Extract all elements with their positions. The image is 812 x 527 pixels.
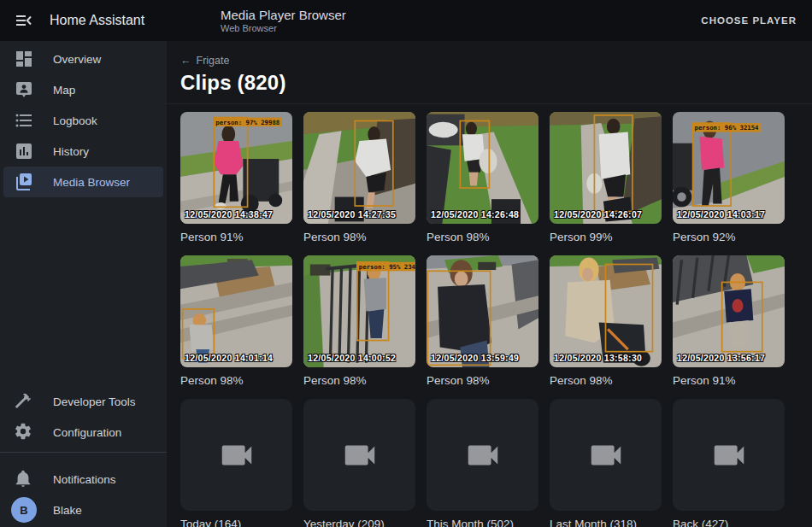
sidebar-item-map[interactable]: Map	[3, 74, 163, 105]
clip-thumbnail[interactable]: person: 95% 2343212/05/2020 14:00:52	[303, 255, 415, 367]
folder-caption: Today (164)	[180, 517, 292, 527]
toolbar-title: Media Player Browser	[221, 8, 346, 22]
toolbar-titles: Media Player Browser Web Browser	[221, 8, 346, 34]
clips-grid: person: 97% 2998812/05/2020 14:38:47Pers…	[167, 104, 812, 527]
folder-caption: This Month (502)	[427, 517, 538, 527]
clip-caption: Person 99%	[550, 230, 662, 245]
detection-label: person: 95% 23432	[359, 263, 415, 271]
avatar: B	[11, 497, 37, 523]
clip-thumbnail[interactable]: 12/05/2020 14:27:35	[303, 112, 415, 224]
play-box-multiple-icon	[14, 172, 34, 192]
clip-thumbnail[interactable]: 12/05/2020 14:26:07	[550, 112, 662, 224]
toolbar-subtitle: Web Browser	[221, 23, 346, 34]
back-arrow-icon: ←	[180, 55, 191, 67]
profile-name: Blake	[53, 504, 82, 517]
clip-caption: Person 98%	[427, 230, 538, 245]
sidebar-item-label: Logbook	[53, 114, 97, 127]
folder-tile[interactable]	[303, 399, 415, 511]
sidebar-item-profile[interactable]: BBlake	[3, 495, 163, 525]
clip-caption: Person 91%	[180, 230, 292, 245]
menu-open-icon[interactable]	[14, 10, 34, 31]
video-icon	[340, 436, 380, 475]
page-title: Clips (820)	[180, 71, 798, 95]
video-icon	[217, 436, 256, 475]
app-title: Home Assistant	[50, 13, 144, 28]
sidebar-item-media-browser[interactable]: Media Browser	[3, 167, 163, 197]
list-bulleted-icon	[14, 110, 34, 131]
clip-cell: 12/05/2020 13:59:49Person 98%	[427, 255, 538, 389]
account-location-icon	[14, 79, 34, 100]
clip-cell: 12/05/2020 14:26:48Person 98%	[427, 112, 538, 245]
clip-caption: Person 98%	[180, 373, 292, 389]
clip-thumbnail[interactable]: 12/05/2020 13:56:17	[673, 255, 785, 367]
sidebar-item-label: History	[53, 145, 89, 158]
clip-timestamp-overlay: 12/05/2020 13:58:30	[554, 353, 642, 363]
clip-caption: Person 98%	[427, 373, 538, 389]
clip-timestamp-overlay: 12/05/2020 13:56:17	[677, 353, 765, 363]
clip-caption: Person 98%	[550, 373, 662, 389]
sidebar-divider	[0, 452, 167, 453]
clip-thumbnail[interactable]: 12/05/2020 14:01:14	[180, 255, 292, 367]
clip-caption: Person 91%	[673, 373, 785, 389]
sidebar-item-label: Overview	[53, 53, 101, 66]
main-content: ← Frigate Clips (820) person: 97% 299881…	[167, 41, 812, 527]
clip-timestamp-overlay: 12/05/2020 14:27:35	[308, 209, 396, 220]
clip-caption: Person 98%	[303, 230, 415, 245]
sidebar-item-overview[interactable]: Overview	[3, 44, 163, 74]
folder-caption: Yesterday (209)	[303, 517, 415, 527]
app-header-left: Home Assistant	[0, 10, 167, 31]
hammer-icon	[14, 391, 34, 412]
sidebar: OverviewMapLogbookHistoryMedia Browser D…	[0, 41, 167, 527]
chart-box-icon	[14, 141, 34, 161]
clip-cell: 12/05/2020 14:27:35Person 98%	[303, 112, 415, 245]
clip-cell: 12/05/2020 14:26:07Person 99%	[550, 112, 662, 245]
detection-label: person: 96% 32154	[695, 124, 760, 132]
sidebar-item-label: Developer Tools	[53, 395, 136, 408]
clip-cell: person: 95% 2343212/05/2020 14:00:52Pers…	[303, 255, 415, 389]
breadcrumb-label: Frigate	[197, 55, 230, 67]
folder-tile[interactable]	[427, 399, 538, 511]
choose-player-button[interactable]: CHOOSE PLAYER	[701, 15, 797, 26]
clip-timestamp-overlay: 12/05/2020 14:26:48	[431, 209, 519, 220]
clip-timestamp-overlay: 12/05/2020 14:38:47	[185, 209, 273, 220]
clip-thumbnail[interactable]: person: 96% 3215412/05/2020 14:03:17	[673, 112, 785, 224]
clip-cell: person: 96% 3215412/05/2020 14:03:17Pers…	[673, 112, 785, 245]
clip-cell: person: 97% 2998812/05/2020 14:38:47Pers…	[180, 112, 292, 245]
detection-label: person: 97% 29988	[215, 119, 279, 126]
app-header: Home Assistant Media Player Browser Web …	[0, 0, 812, 41]
clip-caption: Person 98%	[303, 373, 415, 389]
folder-cell: Today (164)	[180, 399, 292, 527]
sidebar-item-notifications[interactable]: Notifications	[3, 464, 163, 495]
clip-thumbnail[interactable]: person: 97% 2998812/05/2020 14:38:47	[180, 112, 292, 224]
clip-timestamp-overlay: 12/05/2020 14:00:52	[308, 353, 396, 363]
breadcrumb-back-link[interactable]: ← Frigate	[180, 55, 229, 67]
sidebar-item-configuration[interactable]: Configuration	[3, 417, 163, 448]
sidebar-item-label: Configuration	[53, 426, 121, 439]
video-icon	[586, 436, 626, 475]
folder-caption: Back (427)	[673, 517, 785, 527]
folder-tile[interactable]	[180, 399, 292, 511]
folder-cell: Last Month (318)	[550, 399, 662, 527]
clip-timestamp-overlay: 12/05/2020 14:03:17	[677, 209, 765, 220]
clip-thumbnail[interactable]: 12/05/2020 13:58:30	[550, 255, 662, 367]
sidebar-item-label: Map	[53, 84, 75, 97]
clip-cell: 12/05/2020 13:56:17Person 91%	[673, 255, 785, 389]
folder-cell: Yesterday (209)	[303, 399, 415, 527]
folder-tile[interactable]	[673, 399, 785, 511]
sidebar-item-label: Notifications	[53, 473, 116, 486]
clip-timestamp-overlay: 12/05/2020 13:59:49	[431, 353, 519, 363]
video-icon	[709, 436, 749, 475]
content-header: ← Frigate Clips (820)	[167, 41, 812, 104]
clip-thumbnail[interactable]: 12/05/2020 14:26:48	[427, 112, 538, 224]
clip-cell: 12/05/2020 13:58:30Person 98%	[550, 255, 662, 389]
sidebar-item-history[interactable]: History	[3, 136, 163, 167]
clip-cell: 12/05/2020 14:01:14Person 98%	[180, 255, 292, 389]
folder-tile[interactable]	[550, 399, 662, 511]
sidebar-item-developer-tools[interactable]: Developer Tools	[3, 386, 163, 417]
sidebar-item-logbook[interactable]: Logbook	[3, 105, 163, 136]
clip-timestamp-overlay: 12/05/2020 14:01:14	[185, 353, 273, 363]
folder-cell: This Month (502)	[427, 399, 538, 527]
clip-thumbnail[interactable]: 12/05/2020 13:59:49	[427, 255, 538, 367]
gear-icon	[14, 422, 34, 442]
view-dashboard-icon	[14, 49, 34, 69]
